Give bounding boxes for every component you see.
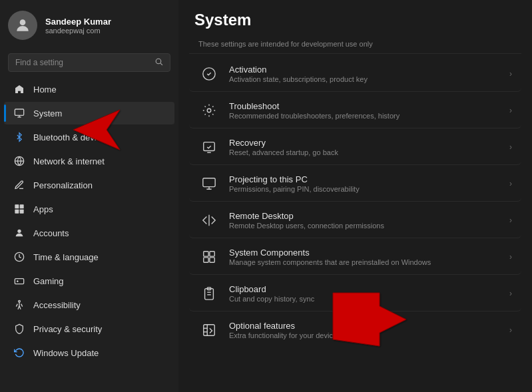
sidebar-item-label: Time & language bbox=[33, 252, 99, 262]
sidebar-item-label: Home bbox=[33, 85, 57, 95]
sidebar-item-update[interactable]: Windows Update bbox=[4, 341, 174, 364]
sidebar-item-network[interactable]: Network & internet bbox=[4, 150, 174, 172]
svg-rect-10 bbox=[15, 210, 19, 214]
svg-rect-14 bbox=[15, 279, 23, 284]
apps-icon bbox=[13, 203, 25, 215]
sidebar-item-accessibility[interactable]: Accessibility bbox=[4, 294, 174, 316]
sidebar-item-home[interactable]: Home bbox=[4, 78, 174, 100]
sidebar-item-label: Privacy & security bbox=[33, 324, 102, 334]
main-content: System These settings are intended for d… bbox=[178, 0, 532, 392]
settings-item-projecting[interactable]: Projecting to this PC Permissions, pairi… bbox=[189, 166, 521, 202]
optional-text: Optional features Extra functionality fo… bbox=[229, 321, 500, 339]
projecting-icon bbox=[198, 173, 220, 194]
svg-point-12 bbox=[17, 230, 21, 233]
settings-list: These settings are intended for developm… bbox=[178, 35, 532, 392]
optional-title: Optional features bbox=[229, 321, 500, 331]
clipboard-title: Clipboard bbox=[229, 284, 500, 294]
activation-desc: Activation state, subscriptions, product… bbox=[229, 75, 500, 83]
personalization-icon bbox=[13, 179, 25, 191]
sidebar-item-label: Apps bbox=[33, 204, 53, 214]
settings-item-components[interactable]: System Components Manage system componen… bbox=[189, 240, 521, 275]
search-input[interactable] bbox=[15, 58, 149, 67]
user-name: Sandeep Kumar bbox=[45, 17, 111, 27]
gaming-icon bbox=[13, 275, 25, 287]
projecting-text: Projecting to this PC Permissions, pairi… bbox=[229, 174, 500, 193]
svg-rect-3 bbox=[15, 109, 23, 115]
troubleshoot-text: Troubleshoot Recommended troubleshooters… bbox=[229, 101, 500, 120]
svg-rect-30 bbox=[204, 325, 215, 336]
settings-item-remote[interactable]: Remote Desktop Remote Desktop users, con… bbox=[189, 203, 521, 238]
svg-rect-22 bbox=[204, 252, 208, 256]
sidebar-item-bluetooth[interactable]: Bluetooth & devices bbox=[4, 126, 174, 148]
activation-text: Activation Activation state, subscriptio… bbox=[229, 65, 500, 83]
components-desc: Manage system components that are preins… bbox=[229, 258, 455, 266]
sidebar-item-personalization[interactable]: Personalization bbox=[4, 174, 174, 196]
sidebar-item-label: System bbox=[33, 108, 62, 118]
svg-rect-23 bbox=[210, 252, 214, 256]
remote-text: Remote Desktop Remote Desktop users, con… bbox=[229, 211, 500, 230]
search-box[interactable] bbox=[8, 53, 170, 72]
system-icon bbox=[13, 107, 25, 119]
time-icon bbox=[13, 251, 25, 263]
chevron-icon: › bbox=[509, 289, 512, 298]
page-header: System bbox=[178, 0, 532, 35]
navigation-list: Home System Bluetooth & devices bbox=[0, 77, 178, 392]
sidebar-item-label: Accessibility bbox=[33, 300, 81, 310]
sidebar-item-time[interactable]: Time & language bbox=[4, 246, 174, 268]
sidebar-item-label: Windows Update bbox=[33, 348, 99, 358]
sidebar-item-label: Network & internet bbox=[33, 156, 105, 166]
sidebar-item-label: Accounts bbox=[33, 228, 69, 238]
activation-icon bbox=[198, 63, 220, 85]
app-window: Sandeep Kumar sandeepwaj com Home bbox=[0, 0, 532, 392]
sidebar-item-privacy[interactable]: Privacy & security bbox=[4, 317, 174, 340]
components-icon bbox=[198, 246, 220, 268]
recovery-desc: Reset, advanced startup, go back bbox=[229, 148, 500, 156]
projecting-title: Projecting to this PC bbox=[229, 174, 500, 184]
svg-point-15 bbox=[19, 300, 21, 302]
search-icon bbox=[154, 57, 163, 68]
settings-item-optional[interactable]: Optional features Extra functionality fo… bbox=[189, 313, 521, 347]
settings-item-recovery[interactable]: Recovery Reset, advanced startup, go bac… bbox=[189, 130, 521, 165]
chevron-icon: › bbox=[509, 106, 512, 115]
sidebar-item-label: Bluetooth & devices bbox=[33, 132, 110, 142]
sidebar-item-system[interactable]: System bbox=[4, 102, 174, 124]
svg-rect-24 bbox=[204, 258, 208, 262]
remote-desc: Remote Desktop users, connection permiss… bbox=[229, 222, 500, 230]
clipboard-desc: Cut and copy history, sync bbox=[229, 295, 500, 303]
avatar bbox=[8, 11, 37, 40]
user-info: Sandeep Kumar sandeepwaj com bbox=[45, 17, 111, 35]
optional-icon bbox=[198, 319, 220, 341]
recovery-text: Recovery Reset, advanced startup, go bac… bbox=[229, 138, 500, 156]
svg-line-2 bbox=[160, 63, 162, 65]
svg-rect-20 bbox=[203, 178, 215, 187]
chevron-icon: › bbox=[509, 216, 512, 225]
sidebar: Sandeep Kumar sandeepwaj com Home bbox=[0, 0, 178, 392]
update-icon bbox=[13, 347, 25, 359]
remote-icon bbox=[198, 210, 220, 231]
sidebar-item-label: Gaming bbox=[33, 276, 64, 286]
svg-point-17 bbox=[207, 108, 211, 112]
sidebar-item-label: Personalization bbox=[33, 180, 93, 190]
troubleshoot-desc: Recommended troubleshooters, preferences… bbox=[229, 112, 500, 120]
projecting-desc: Permissions, pairing PIN, discoverabilit… bbox=[229, 185, 500, 193]
chevron-icon: › bbox=[509, 325, 512, 335]
recovery-title: Recovery bbox=[229, 138, 500, 148]
components-title: System Components bbox=[229, 248, 500, 258]
chevron-icon: › bbox=[509, 252, 512, 262]
chevron-icon: › bbox=[509, 69, 512, 79]
active-indicator bbox=[4, 104, 6, 122]
sidebar-item-apps[interactable]: Apps bbox=[4, 198, 174, 220]
svg-point-1 bbox=[156, 59, 161, 64]
settings-item-activation[interactable]: Activation Activation state, subscriptio… bbox=[189, 57, 521, 92]
svg-point-0 bbox=[20, 19, 26, 25]
sidebar-item-gaming[interactable]: Gaming bbox=[4, 270, 174, 292]
sidebar-item-accounts[interactable]: Accounts bbox=[4, 222, 174, 244]
remote-title: Remote Desktop bbox=[229, 211, 500, 221]
svg-rect-18 bbox=[204, 142, 215, 151]
activation-title: Activation bbox=[229, 65, 500, 75]
settings-item-troubleshoot[interactable]: Troubleshoot Recommended troubleshooters… bbox=[189, 93, 521, 128]
settings-item-clipboard[interactable]: Clipboard Cut and copy history, sync › bbox=[189, 276, 521, 311]
chevron-icon: › bbox=[509, 179, 512, 188]
recovery-icon bbox=[198, 136, 220, 158]
user-profile-section[interactable]: Sandeep Kumar sandeepwaj com bbox=[0, 0, 178, 51]
